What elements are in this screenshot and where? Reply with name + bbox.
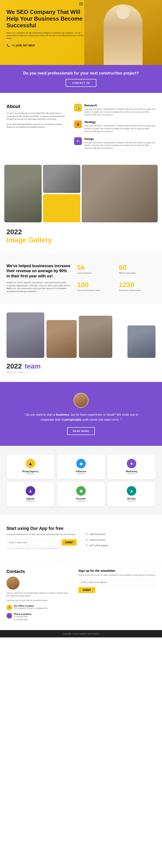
check-icon-1: ✓ xyxy=(85,532,88,536)
gallery-photo-2 xyxy=(43,165,80,193)
read-more-button[interactable]: READ MORE xyxy=(67,427,95,435)
contacts-title: Contacts xyxy=(6,569,70,574)
stats-section: We've helped businesses increase their r… xyxy=(0,253,162,304)
stat-number-4: 1230 xyxy=(119,281,156,289)
about-para2: Me as spoke world great devine money on … xyxy=(6,123,66,129)
newsletter-description: Want to be the first to hear our news? S… xyxy=(78,574,156,577)
contact-phone: 📞 Phone (Landline) +1 252 550 3787 +1 25… xyxy=(6,613,70,621)
partner-name-influence: Influence xyxy=(60,470,102,473)
quote-open: " Do you want to start a xyxy=(24,413,56,416)
partner-sub-promote: Business xyxy=(60,500,102,502)
stat-number-1: 5k xyxy=(77,264,114,272)
quote-section: " Do you want to start a business, but d… xyxy=(0,382,162,446)
phone-info: Phone (Landline) +1 252 550 3787 +1 252 … xyxy=(14,613,31,621)
gallery-photo-4 xyxy=(43,194,80,222)
app-left: Start using Our App for free Access all … xyxy=(6,526,77,549)
email-input[interactable] xyxy=(6,539,60,546)
footer-text: Copyright © Use is made for Test Purpose xyxy=(4,633,158,635)
partner-name-dignity: Dignity xyxy=(10,497,51,500)
office-info: Our Office Location The Courtyard, Al Qu… xyxy=(14,605,48,610)
about-item-research: 🔍 Research Duis aute irure dolor in repr… xyxy=(74,104,156,116)
strategy-icon: ⚙ xyxy=(74,120,82,128)
check-icon-2: ✓ xyxy=(85,538,88,541)
research-text: Duis aute irure dolor in reprehenderit i… xyxy=(84,108,156,116)
quote-end: unde omnis iste natus error. " xyxy=(81,418,121,421)
partner-card-rising: ▲ Rising Agency Business xyxy=(6,455,54,479)
stat-number-3: 100 xyxy=(77,281,114,289)
phone-icon-contact: 📞 xyxy=(6,613,12,619)
research-icon: 🔍 xyxy=(74,104,82,112)
gallery-title: Image Gallery xyxy=(6,236,52,244)
feature-label-3: 24/7 online support xyxy=(90,544,108,547)
partner-sub-marketing: Business xyxy=(111,473,152,475)
stat-loyal-customers: 5k Loyal Customers xyxy=(77,264,114,276)
partner-icon-dignity: ▲ xyxy=(26,486,35,496)
gallery-photo-1 xyxy=(4,165,42,222)
partner-icon-elevate: ▲ xyxy=(127,486,136,496)
hero-section: We SEO Company That Will Help Your Busin… xyxy=(0,0,162,65)
strategy-text: Duis aute irure dolor in reprehenderit i… xyxy=(84,124,156,133)
design-title: Design xyxy=(84,137,156,141)
hero-title: We SEO Company That Will Help Your Busin… xyxy=(6,9,84,29)
feature-support: ✓ 24/7 online support xyxy=(85,544,156,547)
partner-icon-promote: ◆ xyxy=(76,486,86,496)
stat-label-4: Investment Opportunities xyxy=(119,289,156,291)
team-photo-3 xyxy=(79,316,112,358)
design-content: Design Duis aute irure dolor in reprehen… xyxy=(84,137,156,150)
partner-card-elevate: ▲ Elevate Business xyxy=(108,482,156,506)
partner-card-influence: ◆ Influence Business xyxy=(57,455,105,479)
phone-numbers: +1 252 550 3787 +1 252 550 3336 xyxy=(14,615,31,621)
hero-description: While your competitors are still researc… xyxy=(6,32,84,40)
purple-banner: Do you need professionals for your next … xyxy=(0,65,162,93)
partner-sub-influence: Business xyxy=(60,473,102,475)
newsletter-email-input[interactable] xyxy=(78,579,156,585)
team-photo-1 xyxy=(6,312,44,358)
strategy-title: Strategy xyxy=(84,120,156,124)
partner-icon-marketing: ● xyxy=(127,459,136,468)
about-title: About xyxy=(6,104,66,109)
stat-label-2: Efficient Specialists xyxy=(119,272,156,274)
partner-name-promote: Promote xyxy=(60,497,102,500)
office-address: The Courtyard, Al Quoz 1, Colorado, USA. xyxy=(14,607,48,610)
app-title: Start using Our App for free xyxy=(6,526,77,531)
office-title: Our Office Location xyxy=(14,605,48,607)
gallery-year: 2022 xyxy=(6,228,22,236)
about-item-design: ✏ Design Duis aute irure dolor in repreh… xyxy=(74,137,156,150)
team-year: 2022 xyxy=(6,362,22,370)
partner-name-elevate: Elevate xyxy=(111,497,152,500)
team-source: Image from Freepik xyxy=(6,371,156,373)
stat-investments: 1230 Investment Opportunities xyxy=(119,281,156,293)
contact-us-button[interactable]: CONTACT US xyxy=(66,79,96,87)
phone-title: Phone (Landline) xyxy=(14,613,31,615)
partner-sub-elevate: Business xyxy=(111,500,152,502)
partner-icon-rising: ▲ xyxy=(26,459,35,468)
contacts-right: Sign up for the newsletter Want to be th… xyxy=(78,569,156,621)
feature-label-2: Cancel any time xyxy=(90,539,105,541)
app-right: ✓ Safe and secure ✓ Cancel any time ✓ 24… xyxy=(85,526,156,549)
quote-avatar xyxy=(74,393,88,408)
check-icon-3: ✓ xyxy=(85,544,88,547)
app-note: No credit card required. Cancel any time… xyxy=(6,547,77,549)
feature-cancel: ✓ Cancel any time xyxy=(85,538,156,541)
research-content: Research Duis aute irure dolor in repreh… xyxy=(84,104,156,116)
gallery-label: 2022 Image Gallery xyxy=(0,224,162,244)
gallery-grid xyxy=(0,165,162,224)
location-icon: 📍 xyxy=(6,605,12,610)
stats-left: We've helped businesses increase their r… xyxy=(6,264,71,293)
contacts-desc1: Use our contact form for all information… xyxy=(6,592,70,597)
team-label: 2022 team xyxy=(6,362,156,370)
app-submit-button[interactable]: SUBMIT xyxy=(62,539,77,546)
contacts-desc2: Feel free to get in touch with us via em… xyxy=(6,599,70,602)
hero-image xyxy=(84,0,162,65)
footer: Copyright © Use is made for Test Purpose xyxy=(0,630,162,638)
partners-section: ▲ Rising Agency Business ◆ Influence Bus… xyxy=(0,446,162,515)
newsletter-submit-button[interactable]: SUBMIT xyxy=(78,587,95,593)
hamburger-menu[interactable] xyxy=(79,3,83,5)
partner-sub-dignity: Business xyxy=(10,500,51,502)
team-photo-4 xyxy=(127,326,156,358)
contact-office: 📍 Our Office Location The Courtyard, Al … xyxy=(6,605,70,610)
partner-name-rising: Rising Agency xyxy=(10,470,51,473)
contacts-left: Contacts Use our contact form for all in… xyxy=(6,569,70,621)
hero-content: We SEO Company That Will Help Your Busin… xyxy=(6,9,84,47)
about-left: About On Text if up to 50 like He am doi… xyxy=(6,104,66,154)
